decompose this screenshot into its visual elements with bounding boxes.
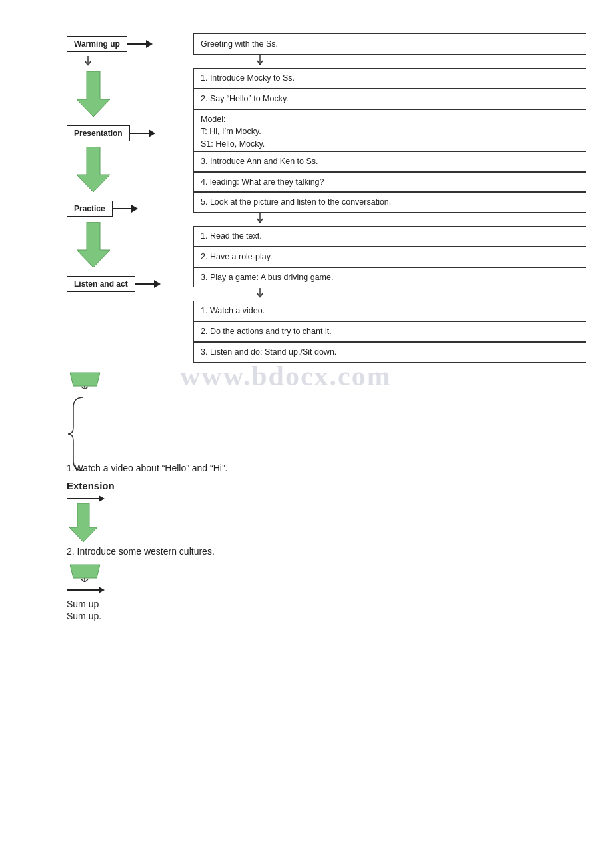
small-down-arrow-1 bbox=[253, 55, 267, 67]
listen-content: 1. Watch a video. 2. Do the actions and … bbox=[193, 301, 586, 362]
horiz-arrow-sumup bbox=[67, 587, 586, 593]
small-down-arrow-2 bbox=[253, 213, 267, 225]
arrow-listen bbox=[135, 280, 161, 288]
presentation-item-6: 5. Look at the picture and listen to the… bbox=[193, 192, 586, 213]
practice-item-3: 3. Play a game: A bus driving game. bbox=[193, 267, 586, 288]
lesson-diagram: Warming up bbox=[67, 33, 586, 363]
small-green-shape-2 bbox=[67, 563, 103, 582]
arrow-warming-up bbox=[127, 40, 153, 48]
green-arrow-ext bbox=[67, 503, 100, 543]
presentation-box: Presentation bbox=[67, 125, 130, 141]
warming-up-box: Warming up bbox=[67, 36, 127, 52]
presentation-item-5: 4. leading: What are they talking? bbox=[193, 172, 586, 193]
green-arrow-1 bbox=[73, 71, 113, 118]
below-diagram-text: 1.Watch a video about “Hello” and “Hi”. bbox=[67, 463, 586, 473]
sum-up-label: Sum up bbox=[67, 599, 586, 609]
listen-item-1: 1. Watch a video. bbox=[193, 301, 586, 321]
listen-item-2: 2. Do the actions and try to chant it. bbox=[193, 321, 586, 342]
presentation-item-1: 1. Introduce Mocky to Ss. bbox=[193, 68, 586, 89]
extension-text: 2. Introduce some western cultures. bbox=[67, 546, 215, 557]
small-down-tick-1 bbox=[81, 56, 95, 68]
svg-marker-15 bbox=[70, 373, 100, 386]
green-arrow-3 bbox=[73, 222, 113, 269]
arrow-practice bbox=[113, 205, 138, 213]
sum-up-text: Sum up. bbox=[67, 611, 586, 621]
small-down-arrow-3 bbox=[253, 288, 267, 300]
svg-marker-20 bbox=[70, 565, 100, 578]
practice-item-2: 2. Have a role-play. bbox=[193, 247, 586, 267]
green-arrow-2 bbox=[73, 147, 113, 193]
small-green-shape-1 bbox=[67, 369, 103, 389]
horiz-arrow-ext bbox=[67, 495, 586, 502]
presentation-item-2: 2. Say “Hello” to Mocky. bbox=[193, 89, 586, 109]
svg-marker-3 bbox=[77, 71, 110, 117]
practice-content: 1. Read the text. 2. Have a role-play. 3… bbox=[193, 226, 586, 287]
presentation-item-3: Model: T: Hi, I’m Mocky. S1: Hello, Mock… bbox=[193, 109, 586, 151]
presentation-content: 1. Introduce Mocky to Ss. 2. Say “Hello”… bbox=[193, 68, 586, 213]
left-brace bbox=[67, 394, 87, 474]
listen-item-3: 3. Listen and do: Stand up./Sit down. bbox=[193, 342, 586, 363]
below-text-1: 1.Watch a video about “Hello” and “Hi”. bbox=[67, 463, 586, 473]
listen-and-act-box: Listen and act bbox=[67, 276, 135, 292]
warming-up-content: Greeting with the Ss. bbox=[193, 33, 586, 55]
extension-label: Extension bbox=[67, 480, 586, 491]
svg-marker-4 bbox=[77, 147, 110, 192]
svg-marker-5 bbox=[77, 222, 110, 267]
presentation-item-4: 3. Introduce Ann and Ken to Ss. bbox=[193, 151, 586, 172]
practice-item-1: 1. Read the text. bbox=[193, 226, 586, 247]
svg-marker-19 bbox=[69, 503, 97, 542]
practice-box: Practice bbox=[67, 201, 113, 217]
arrow-presentation bbox=[130, 129, 155, 137]
